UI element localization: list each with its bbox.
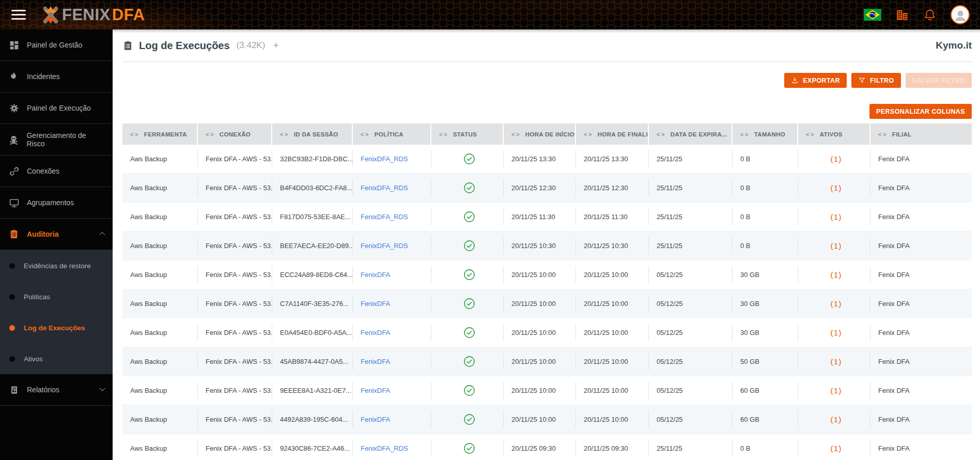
cell-data_expiracao: 25/11/25 (649, 203, 733, 232)
cell-conexao: Fenix DFA - AWS - 53... (198, 289, 272, 318)
cell-text: 0 B (740, 184, 751, 192)
policy-link[interactable]: FenixDFA (361, 300, 390, 308)
cell-ativos: (1) (798, 232, 870, 260)
sidebar-item-conexoes[interactable]: Conexões (0, 156, 113, 187)
column-header-conexao[interactable]: <>CONEXÃO (198, 124, 272, 145)
ativos-count[interactable]: (1) (831, 241, 842, 250)
sort-icon: <> (439, 131, 448, 137)
ativos-count[interactable]: (1) (831, 328, 842, 337)
table-row: Aws BackupFenix DFA - AWS - 53...BEE7AEC… (122, 232, 972, 260)
sidebar-item-painel-de-gestao[interactable]: Painel de Gestão (0, 29, 113, 61)
skull-icon (8, 134, 20, 145)
sidebar-subitem-log-de-execucoes[interactable]: Log de Execuções (0, 312, 113, 343)
language-flag-brazil-icon[interactable] (864, 9, 881, 21)
policy-link[interactable]: FenixDFA_RDS (361, 155, 408, 163)
sidebar-subitem-ativos[interactable]: Ativos (0, 343, 113, 374)
cell-text: Fenix DFA - AWS - 53... (206, 213, 272, 221)
sidebar-subitem-politicas[interactable]: Políticas (0, 281, 113, 312)
notifications-bell-icon[interactable] (923, 8, 937, 22)
cell-status (431, 260, 504, 289)
ativos-count[interactable]: (1) (831, 212, 842, 221)
column-header-hora_fim[interactable]: <>HORA DE FINALI... (576, 124, 649, 145)
ativos-count[interactable]: (1) (831, 357, 842, 366)
column-header-status[interactable]: <>STATUS (431, 124, 504, 145)
cell-text: Fenix DFA (878, 213, 910, 221)
column-header-tamanho[interactable]: <>TAMANHO (733, 124, 798, 145)
chevron-down-icon (99, 386, 105, 391)
column-label: HORA DE INÍCIO (525, 131, 574, 137)
policy-link[interactable]: FenixDFA (361, 416, 390, 423)
policy-link[interactable]: FenixDFA_RDS (361, 213, 408, 221)
ativos-count[interactable]: (1) (831, 299, 842, 308)
ativos-count[interactable]: (1) (831, 386, 842, 395)
user-avatar[interactable] (951, 5, 970, 24)
sort-icon: <> (584, 131, 593, 137)
ativos-count[interactable]: (1) (831, 415, 842, 424)
export-button[interactable]: EXPORTAR (784, 73, 847, 88)
toolbar: EXPORTAR FILTRO SALVAR FILTRO (122, 73, 972, 88)
cell-data_expiracao: 25/11/25 (649, 232, 733, 260)
ativos-count[interactable]: (1) (831, 155, 842, 163)
cell-id_sessao: C7A1140F-3E35-276... (272, 289, 353, 318)
policy-link[interactable]: FenixDFA_RDS (361, 444, 408, 452)
cell-text: 05/12/25 (657, 329, 683, 336)
column-header-data_expiracao[interactable]: <>DATA DE EXPIRA... (649, 124, 733, 145)
link-icon (8, 166, 20, 177)
policy-link[interactable]: FenixDFA_RDS (361, 242, 408, 250)
sidebar-item-auditoria[interactable]: Auditoria (0, 219, 113, 250)
cell-tamanho: 0 B (733, 174, 798, 203)
bullet-icon (9, 356, 15, 362)
cell-ferramenta: Aws Backup (122, 289, 198, 318)
sort-icon: <> (280, 131, 289, 137)
sidebar-subitem-evidencias-de-restore[interactable]: Evidências de restore (0, 250, 113, 281)
cell-tamanho: 0 B (733, 232, 798, 260)
ativos-count[interactable]: (1) (831, 183, 842, 192)
sidebar-item-painel-de-execucao[interactable]: Painel de Execução (0, 93, 113, 124)
cell-hora_inicio: 20/11/25 10:00 (504, 405, 576, 434)
cell-text: 05/12/25 (657, 300, 683, 308)
app-logo[interactable]: FENIXDFA (41, 5, 145, 25)
save-filter-button[interactable]: SALVAR FILTRO (906, 73, 972, 88)
policy-link[interactable]: FenixDFA (361, 271, 390, 279)
sidebar-item-incidentes[interactable]: Incidentes (0, 61, 113, 93)
avatar-silhouette-icon (951, 5, 970, 24)
column-header-hora_inicio[interactable]: <>HORA DE INÍCIO (504, 124, 576, 145)
sidebar-item-gerenciamento-de-risco[interactable]: Gerenciamento de Risco (0, 124, 113, 156)
cell-ferramenta: Aws Backup (122, 174, 198, 203)
ativos-count[interactable]: (1) (831, 270, 842, 279)
cell-text: 20/11/25 11:30 (511, 213, 555, 221)
column-header-filial[interactable]: <>FILIAL (870, 124, 972, 145)
sidebar-item-relatorios[interactable]: Relatórios (0, 374, 113, 406)
column-header-politica[interactable]: <>POLÍTICA (353, 124, 431, 145)
success-check-icon (463, 298, 475, 310)
policy-link[interactable]: FenixDFA_RDS (361, 184, 408, 192)
table-row: Aws BackupFenix DFA - AWS - 53...4492A83… (122, 405, 972, 434)
cell-text: 20/11/25 13:30 (511, 155, 556, 163)
menu-toggle-button[interactable] (11, 10, 26, 20)
filter-button[interactable]: FILTRO (851, 73, 901, 88)
cell-text: Fenix DFA - AWS - 53... (206, 329, 272, 336)
column-header-ferramenta[interactable]: <>FERRAMENTA (122, 124, 198, 145)
cell-status (431, 145, 504, 174)
cell-hora_inicio: 20/11/25 10:30 (504, 232, 576, 260)
column-header-id_sessao[interactable]: <>ID DA SESSÃO (272, 124, 353, 145)
cell-id_sessao: 32BC93B2-F1D8-DBC... (272, 145, 353, 174)
policy-link[interactable]: FenixDFA (361, 358, 390, 365)
policy-link[interactable]: FenixDFA (361, 387, 390, 394)
ativos-count[interactable]: (1) (831, 444, 842, 453)
cell-filial: Fenix DFA (870, 174, 972, 203)
logo-text: FENIXDFA (62, 6, 145, 24)
cell-ferramenta: Aws Backup (122, 260, 198, 289)
policy-link[interactable]: FenixDFA (361, 329, 390, 336)
cell-text: Fenix DFA (878, 271, 910, 279)
column-label: CONEXÃO (220, 131, 251, 137)
cell-tamanho: 30 GB (733, 260, 798, 289)
cell-filial: Fenix DFA (870, 434, 972, 460)
cell-status (431, 347, 504, 376)
column-header-ativos[interactable]: <>ATIVOS (798, 124, 870, 145)
customize-columns-button[interactable]: PERSONALIZAR COLUNAS (869, 104, 972, 119)
organization-buildings-icon[interactable] (895, 8, 909, 22)
add-button[interactable]: + (273, 40, 278, 51)
sort-icon: <> (361, 131, 370, 137)
sidebar-item-agrupamentos[interactable]: Agrupamentos (0, 187, 113, 219)
